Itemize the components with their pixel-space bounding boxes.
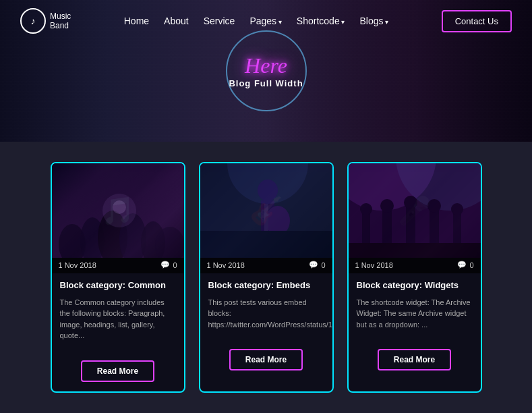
cards-section: 1 Nov 2018 💬 0 Block category: Common Th… [0,142,532,413]
card-2-meta: 1 Nov 2018 💬 0 [200,256,332,273]
contact-button[interactable]: Contact Us [442,10,512,32]
card-2-body: Block category: Embeds This post tests v… [200,273,332,349]
card-1-title: Block category: Common [60,280,176,292]
svg-rect-25 [430,207,439,244]
card-1: 1 Nov 2018 💬 0 Block category: Common Th… [51,162,185,393]
svg-rect-27 [453,211,461,244]
svg-point-20 [360,203,372,215]
logo-text: Music Band [50,11,71,31]
nav-links: Home About Service Pages Shortcode Blogs [124,15,389,27]
hero-subtitle: Blog Full Width [229,78,303,88]
nav-about[interactable]: About [164,16,189,26]
card-1-meta: 1 Nov 2018 💬 0 [52,256,184,273]
card-3-comments: 💬 0 [457,260,473,269]
card-3-read-more[interactable]: Read More [378,349,451,370]
card-3-footer: Read More [349,349,481,380]
nav-pages[interactable]: Pages [249,16,281,26]
svg-rect-21 [382,207,392,244]
comment-icon-2: 💬 [309,260,318,269]
comment-icon-1: 💬 [160,260,170,269]
nav-service[interactable]: Service [204,16,235,26]
svg-rect-15 [200,231,332,258]
nav-home[interactable]: Home [124,16,149,26]
card-3-body: Block category: Widgets The shortcode wi… [349,273,481,349]
svg-rect-19 [362,211,370,244]
card-2-image [200,163,332,258]
card-3: 1 Nov 2018 💬 0 Block category: Widgets T… [347,162,482,393]
card-2: 1 Nov 2018 💬 0 Block category: Embeds Th… [199,162,334,393]
hero-here-text: Here [245,53,287,78]
svg-point-28 [451,203,463,215]
svg-rect-13 [264,204,268,231]
svg-rect-23 [406,204,415,244]
card-1-body: Block category: Common The Common catego… [52,273,184,360]
svg-point-26 [427,199,441,213]
svg-point-22 [380,199,394,213]
card-1-footer: Read More [52,360,184,391]
hero-section: ♪ Music Band Home About Service Pages Sh… [0,0,532,142]
card-2-desc: This post tests various embed blocks: ht… [208,297,324,331]
card-2-footer: Read More [200,349,332,380]
logo-icon: ♪ [20,8,46,34]
card-1-image [52,163,184,258]
card-1-read-more[interactable]: Read More [81,360,154,382]
card-2-title: Block category: Embeds [208,280,324,292]
card-3-title: Block category: Widgets [357,280,473,292]
card-3-image [349,163,481,258]
navbar: ♪ Music Band Home About Service Pages Sh… [0,0,532,42]
card-1-date: 1 Nov 2018 [59,261,96,269]
svg-rect-29 [349,243,481,258]
card-3-meta: 1 Nov 2018 💬 0 [349,256,481,273]
svg-point-8 [113,200,126,214]
nav-shortcode[interactable]: Shortcode [297,16,345,26]
hero-circle: Here Blog Full Width [226,30,307,111]
nav-blogs[interactable]: Blogs [359,16,388,26]
logo[interactable]: ♪ Music Band [20,8,71,34]
svg-point-24 [404,196,417,209]
card-2-read-more[interactable]: Read More [229,349,303,370]
card-1-desc: The Common category includes the followi… [60,297,176,341]
comment-icon-3: 💬 [457,260,467,269]
card-2-date: 1 Nov 2018 [207,261,245,269]
card-1-comments: 💬 0 [160,260,177,269]
card-3-date: 1 Nov 2018 [355,261,393,269]
card-3-desc: The shortcode widget: The Archive Widget… [357,297,473,331]
card-2-comments: 💬 0 [309,260,325,269]
